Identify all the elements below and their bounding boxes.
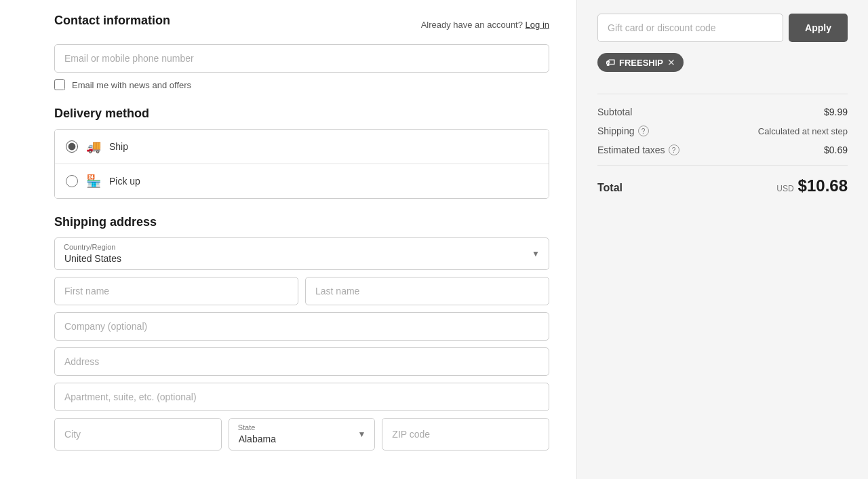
ship-radio[interactable] bbox=[66, 140, 78, 153]
company-input[interactable] bbox=[54, 312, 549, 341]
total-label: Total bbox=[597, 182, 623, 194]
apply-button[interactable]: Apply bbox=[789, 14, 848, 42]
shipping-label: Shipping ? bbox=[597, 126, 649, 136]
email-phone-input[interactable] bbox=[54, 44, 549, 73]
truck-icon: 🚚 bbox=[86, 139, 101, 154]
newsletter-label: Email me with news and offers bbox=[72, 80, 191, 90]
shipping-title: Shipping address bbox=[54, 215, 549, 229]
taxes-label: Estimated taxes ? bbox=[597, 145, 679, 155]
subtotal-row: Subtotal $9.99 bbox=[597, 102, 848, 121]
coupon-code: FREESHIP bbox=[619, 58, 663, 68]
total-row: Total USD $10.68 bbox=[597, 165, 848, 201]
total-amount: $10.68 bbox=[798, 176, 848, 195]
coupon-tag: 🏷 FREESHIP ✕ bbox=[597, 53, 684, 72]
discount-row: Apply bbox=[597, 14, 848, 42]
total-value-group: USD $10.68 bbox=[776, 176, 848, 195]
pickup-radio[interactable] bbox=[66, 175, 78, 187]
first-name-input[interactable] bbox=[54, 277, 298, 305]
shipping-row: Shipping ? Calculated at next step bbox=[597, 121, 848, 140]
store-icon: 🏪 bbox=[86, 174, 101, 189]
already-account-text: Already have an account? Log in bbox=[421, 20, 549, 30]
divider-1 bbox=[597, 94, 848, 94]
remove-coupon-button[interactable]: ✕ bbox=[667, 58, 675, 67]
shipping-help-icon[interactable]: ? bbox=[638, 126, 649, 136]
country-select[interactable]: United States bbox=[54, 237, 549, 270]
delivery-option-ship[interactable]: 🚚 Ship bbox=[55, 130, 549, 164]
subtotal-label: Subtotal bbox=[597, 107, 632, 117]
log-in-link[interactable]: Log in bbox=[526, 20, 549, 30]
subtotal-value: $9.99 bbox=[824, 107, 848, 117]
newsletter-checkbox[interactable] bbox=[54, 79, 65, 90]
ship-label: Ship bbox=[109, 141, 128, 152]
apt-input[interactable] bbox=[54, 383, 549, 411]
taxes-row: Estimated taxes ? $0.69 bbox=[597, 140, 848, 159]
shipping-value: Calculated at next step bbox=[758, 126, 848, 136]
delivery-options: 🚚 Ship 🏪 Pick up bbox=[54, 129, 549, 199]
zip-input[interactable] bbox=[382, 418, 549, 451]
tag-icon: 🏷 bbox=[606, 57, 615, 68]
state-select[interactable]: Alabama bbox=[229, 418, 376, 451]
taxes-help-icon[interactable]: ? bbox=[669, 145, 679, 155]
total-currency: USD bbox=[776, 184, 793, 193]
discount-input[interactable] bbox=[597, 14, 783, 42]
pickup-label: Pick up bbox=[109, 176, 140, 187]
taxes-value: $0.69 bbox=[824, 145, 848, 155]
address-input[interactable] bbox=[54, 347, 549, 376]
delivery-title: Delivery method bbox=[54, 107, 549, 121]
contact-title: Contact information bbox=[54, 14, 170, 28]
delivery-option-pickup[interactable]: 🏪 Pick up bbox=[55, 164, 549, 198]
city-input[interactable] bbox=[54, 418, 222, 451]
last-name-input[interactable] bbox=[305, 277, 549, 305]
